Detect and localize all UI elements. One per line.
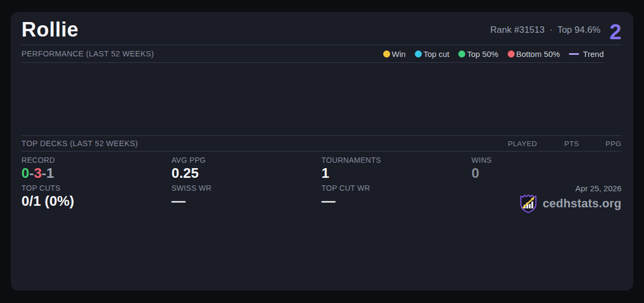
stat-value: 0/1 (0%): [21, 193, 172, 209]
stat-label: RECORD: [21, 156, 172, 164]
stat-label: TOP CUT WR: [321, 184, 472, 192]
stat-label: TOURNAMENTS: [321, 156, 472, 164]
legend-item-bottom50: Bottom 50%: [508, 49, 560, 59]
column-header-pts: PTS: [537, 140, 579, 148]
record-losses: 3: [34, 165, 41, 181]
stat-top-cut-wr: TOP CUT WR —: [321, 184, 472, 286]
legend-item-trend: Trend: [569, 49, 604, 59]
stat-label: SWISS WR: [172, 184, 322, 192]
legend-label: Top cut: [423, 49, 449, 59]
stat-label: AVG PPG: [172, 156, 322, 164]
record-wins: 0: [21, 165, 29, 181]
record-separator: -: [29, 165, 34, 181]
legend-item-topcut: Top cut: [415, 49, 449, 59]
stat-top-cuts: TOP CUTS 0/1 (0%): [21, 184, 172, 286]
stat-value: 0.25: [172, 165, 322, 181]
stat-value: —: [172, 193, 322, 209]
performance-chart: [21, 63, 621, 135]
generated-date: Apr 25, 2026: [575, 184, 621, 193]
stat-value: 1: [321, 165, 472, 181]
column-header-played: PLAYED: [489, 140, 537, 148]
trend-line-icon: [569, 53, 579, 55]
record-draws: 1: [46, 165, 54, 181]
stat-tournaments: TOURNAMENTS 1: [321, 156, 472, 184]
branding: Apr 25, 2026 cedhstats.org: [472, 184, 622, 286]
page-title: Rollie: [21, 18, 78, 41]
stat-label: WINS: [472, 156, 622, 164]
performance-section-header: PERFORMANCE (LAST 52 WEEKS) Win Top cut …: [21, 45, 604, 63]
top-percent-label: Top 94.6%: [557, 25, 600, 35]
top50-dot-icon: [458, 50, 465, 57]
record-separator: -: [42, 165, 47, 181]
card-header: Rollie Rank #31513 · Top 94.6% 2: [21, 12, 621, 45]
record-value: 0-3-1: [21, 165, 172, 181]
legend-label: Win: [392, 49, 406, 59]
topcut-dot-icon: [415, 50, 422, 57]
performance-title: PERFORMANCE (LAST 52 WEEKS): [21, 49, 154, 58]
rank-label: Rank #31513: [491, 25, 545, 35]
header-big-number: 2: [610, 21, 621, 42]
player-stats-card: Rollie Rank #31513 · Top 94.6% 2 PERFORM…: [11, 12, 633, 291]
chart-legend: Win Top cut Top 50% Bottom 50% Trend: [383, 49, 604, 59]
legend-item-top50: Top 50%: [458, 49, 498, 59]
top-decks-header: TOP DECKS (LAST 52 WEEKS) PLAYED PTS PPG: [21, 135, 621, 152]
rank-separator: ·: [550, 25, 553, 35]
column-header-ppg: PPG: [579, 140, 621, 148]
bottom50-dot-icon: [508, 50, 515, 57]
site-brand[interactable]: cedhstats.org: [518, 193, 621, 214]
stat-avg-ppg: AVG PPG 0.25: [172, 156, 322, 184]
stat-value: —: [321, 193, 472, 209]
stats-grid: RECORD 0-3-1 AVG PPG 0.25 TOURNAMENTS 1 …: [21, 152, 621, 286]
site-name: cedhstats.org: [543, 197, 621, 211]
rank-info: Rank #31513 · Top 94.6%: [491, 25, 601, 35]
legend-label: Trend: [583, 49, 604, 59]
stat-value: 0: [472, 165, 622, 181]
legend-label: Bottom 50%: [516, 49, 560, 59]
top-decks-columns: PLAYED PTS PPG: [489, 140, 621, 148]
legend-label: Top 50%: [467, 49, 498, 59]
stat-record: RECORD 0-3-1: [21, 156, 172, 184]
stat-label: TOP CUTS: [21, 184, 172, 192]
cedhstats-logo-icon: [518, 193, 538, 214]
stat-swiss-wr: SWISS WR —: [172, 184, 322, 286]
header-rank-group: Rank #31513 · Top 94.6% 2: [491, 19, 621, 41]
legend-item-win: Win: [383, 49, 406, 59]
top-decks-title: TOP DECKS (LAST 52 WEEKS): [21, 139, 138, 148]
stat-wins: WINS 0: [472, 156, 622, 184]
win-dot-icon: [383, 50, 390, 57]
